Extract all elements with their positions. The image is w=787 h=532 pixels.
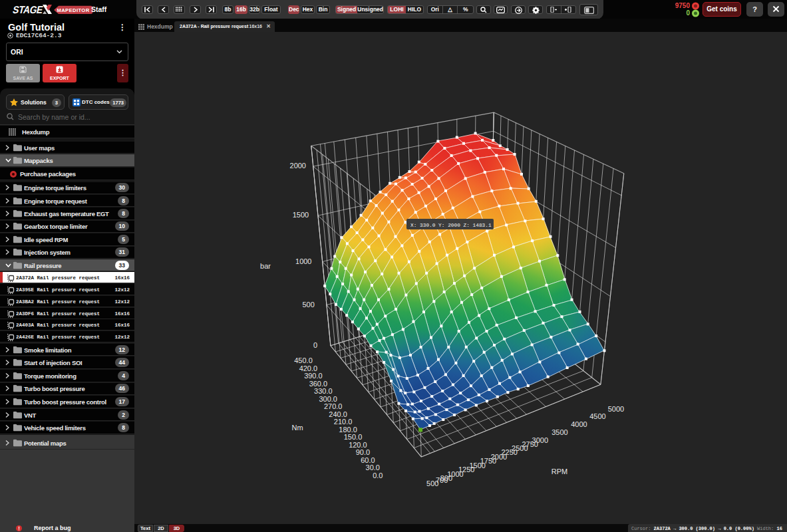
svg-text:3500: 3500 (551, 428, 567, 436)
svg-text:5000: 5000 (608, 405, 624, 413)
svg-text:Nm: Nm (291, 424, 303, 432)
svg-text:60.0: 60.0 (361, 456, 375, 464)
svg-text:90.0: 90.0 (356, 448, 370, 456)
svg-text:300.0: 300.0 (319, 395, 337, 403)
svg-text:30.0: 30.0 (366, 464, 380, 471)
svg-text:bar: bar (260, 262, 271, 270)
svg-text:0: 0 (313, 341, 317, 349)
svg-text:150.0: 150.0 (344, 433, 363, 441)
svg-text:270.0: 270.0 (324, 402, 343, 410)
svg-text:X: 330.0 Y: 2000 Z: 1483.1: X: 330.0 Y: 2000 Z: 1483.1 (410, 223, 492, 228)
svg-text:RPM: RPM (551, 467, 567, 475)
svg-text:420.0: 420.0 (299, 364, 318, 372)
svg-text:STAGE: STAGE (12, 4, 45, 15)
svg-text:4000: 4000 (571, 420, 587, 428)
svg-text:120.0: 120.0 (349, 441, 367, 449)
svg-text:180.0: 180.0 (339, 426, 357, 434)
svg-text:360.0: 360.0 (309, 380, 328, 388)
svg-text:4500: 4500 (589, 412, 605, 420)
svg-text:500: 500 (302, 301, 314, 309)
svg-text:390.0: 390.0 (304, 372, 323, 380)
svg-text:450.0: 450.0 (294, 356, 313, 364)
svg-text:3000: 3000 (532, 436, 548, 444)
svg-text:2000: 2000 (290, 162, 306, 170)
svg-text:240.0: 240.0 (329, 410, 347, 418)
svg-text:MAPEDITOR: MAPEDITOR (57, 7, 89, 13)
svg-text:0.0: 0.0 (373, 471, 383, 479)
svg-text:210.0: 210.0 (334, 418, 353, 426)
svg-text:330.0: 330.0 (314, 387, 333, 395)
svg-text:1000: 1000 (295, 257, 311, 265)
svg-text:1500: 1500 (293, 211, 309, 219)
